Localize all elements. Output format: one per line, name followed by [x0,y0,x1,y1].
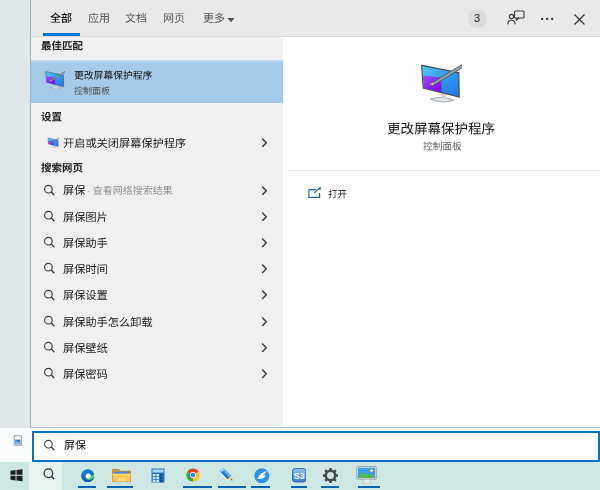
svg-text:S3: S3 [293,471,304,481]
